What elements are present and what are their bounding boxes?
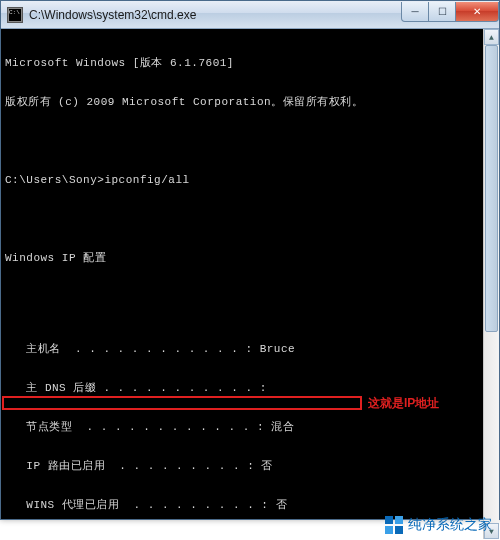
header-line-2: 版权所有 (c) 2009 Microsoft Corporation。保留所有… xyxy=(5,96,495,109)
watermark-icon xyxy=(385,516,403,534)
primary-dns-suffix-row: 主 DNS 后缀 . . . . . . . . . . . : xyxy=(5,382,495,395)
ip-routing-row: IP 路由已启用 . . . . . . . . . : 否 xyxy=(5,460,495,473)
scroll-up-button[interactable]: ▲ xyxy=(484,29,499,45)
titlebar[interactable]: C:\Windows\system32\cmd.exe ─ ☐ ✕ xyxy=(1,1,499,29)
blank xyxy=(5,291,495,304)
window-title: C:\Windows\system32\cmd.exe xyxy=(29,8,402,22)
maximize-button[interactable]: ☐ xyxy=(428,2,456,22)
blank xyxy=(5,135,495,148)
minimize-button[interactable]: ─ xyxy=(401,2,429,22)
scroll-track[interactable] xyxy=(484,45,499,523)
annotation-label: 这就是IP地址 xyxy=(368,395,439,412)
header-line-1: Microsoft Windows [版本 6.1.7601] xyxy=(5,57,495,70)
hostname-row: 主机名 . . . . . . . . . . . . : Bruce xyxy=(5,343,495,356)
watermark-text: 纯净系统之家 xyxy=(408,516,492,534)
cmd-icon xyxy=(7,7,23,23)
cmd-window: C:\Windows\system32\cmd.exe ─ ☐ ✕ Micros… xyxy=(0,0,500,520)
blank xyxy=(5,213,495,226)
node-type-row: 节点类型 . . . . . . . . . . . . : 混合 xyxy=(5,421,495,434)
window-controls: ─ ☐ ✕ xyxy=(402,2,499,22)
scroll-thumb[interactable] xyxy=(485,45,498,332)
terminal-output[interactable]: Microsoft Windows [版本 6.1.7601] 版权所有 (c)… xyxy=(1,29,499,519)
vertical-scrollbar[interactable]: ▲ ▼ xyxy=(483,29,499,539)
ipconfig-heading: Windows IP 配置 xyxy=(5,252,495,265)
prompt-line: C:\Users\Sony>ipconfig/all xyxy=(5,174,495,187)
close-button[interactable]: ✕ xyxy=(455,2,499,22)
wins-proxy-row: WINS 代理已启用 . . . . . . . . . : 否 xyxy=(5,499,495,512)
watermark: 纯净系统之家 xyxy=(385,516,492,534)
